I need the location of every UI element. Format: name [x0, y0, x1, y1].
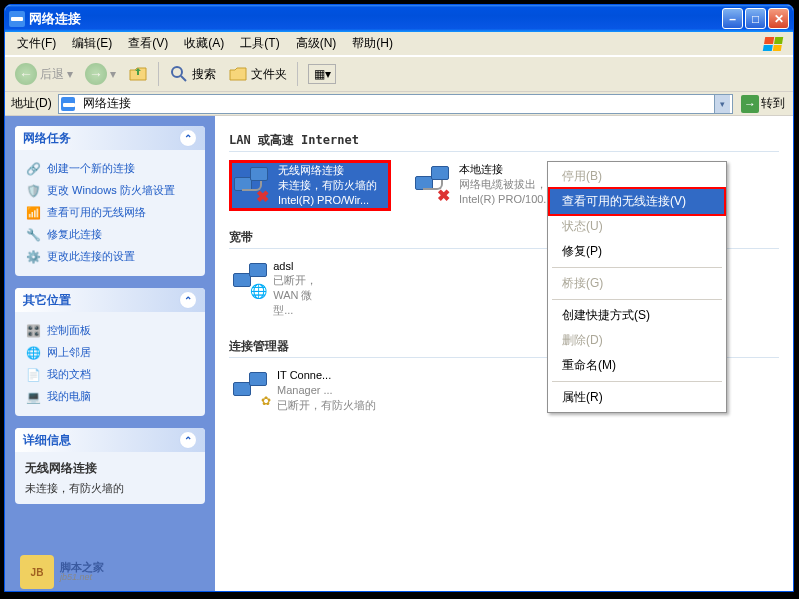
cm-bridge[interactable]: 桥接(G)	[550, 271, 724, 296]
unplugged-badge-icon: ✖	[437, 186, 451, 200]
menubar: 文件(F) 编辑(E) 查看(V) 收藏(A) 工具(T) 高级(N) 帮助(H…	[5, 32, 793, 56]
network-places-icon: 🌐	[25, 345, 41, 361]
views-button[interactable]: ▦▾	[304, 62, 340, 86]
detail-status: 未连接，有防火墙的	[25, 481, 195, 496]
repair-icon: 🔧	[25, 227, 41, 243]
toolbar: ← 后退 ▾ → ▾ 搜索 文件夹 ▦▾	[5, 56, 793, 92]
my-computer-link[interactable]: 💻我的电脑	[25, 386, 195, 408]
main-pane[interactable]: LAN 或高速 Internet ✖ 无线网络连接 未连接，有防火墙的 Inte…	[215, 116, 793, 591]
wireless-connection-item[interactable]: ✖ 无线网络连接 未连接，有防火墙的 Intel(R) PRO/Wir...	[229, 160, 391, 211]
details-panel: 详细信息 ⌃ 无线网络连接 未连接，有防火墙的	[15, 428, 205, 504]
cm-repair[interactable]: 修复(P)	[550, 239, 724, 264]
menu-separator	[552, 299, 722, 300]
panel-header[interactable]: 网络任务 ⌃	[15, 126, 205, 150]
wireless-connection-icon: ✖	[232, 163, 272, 203]
cm-delete[interactable]: 删除(D)	[550, 328, 724, 353]
menu-edit[interactable]: 编辑(E)	[64, 33, 120, 54]
disconnected-badge-icon: ✖	[256, 187, 270, 201]
cm-properties[interactable]: 属性(R)	[550, 385, 724, 410]
titlebar[interactable]: 网络连接 – □ ✕	[5, 5, 793, 32]
connection-manager-icon: ✿	[231, 368, 271, 408]
firewall-settings-link[interactable]: 🛡️更改 Windows 防火墙设置	[25, 180, 195, 202]
panel-body: 🎛️控制面板 🌐网上邻居 📄我的文档 💻我的电脑	[15, 312, 205, 416]
menu-help[interactable]: 帮助(H)	[344, 33, 401, 54]
lan-connection-icon: ✖	[413, 162, 453, 202]
menu-separator	[552, 381, 722, 382]
explorer-window: 网络连接 – □ ✕ 文件(F) 编辑(E) 查看(V) 收藏(A) 工具(T)…	[4, 4, 794, 592]
search-button[interactable]: 搜索	[165, 62, 220, 86]
create-connection-link[interactable]: 🔗创建一个新的连接	[25, 158, 195, 180]
panel-header[interactable]: 其它位置 ⌃	[15, 288, 205, 312]
windows-logo-icon	[755, 32, 791, 56]
panel-body: 🔗创建一个新的连接 🛡️更改 Windows 防火墙设置 📶查看可用的无线网络 …	[15, 150, 205, 276]
minimize-button[interactable]: –	[722, 8, 743, 29]
view-wireless-link[interactable]: 📶查看可用的无线网络	[25, 202, 195, 224]
menu-advanced[interactable]: 高级(N)	[288, 33, 345, 54]
watermark: JB 脚本之家 jb51.net	[20, 555, 104, 589]
window-title: 网络连接	[29, 10, 722, 28]
network-tasks-panel: 网络任务 ⌃ 🔗创建一个新的连接 🛡️更改 Windows 防火墙设置 📶查看可…	[15, 126, 205, 276]
computer-icon: 💻	[25, 389, 41, 405]
broadband-icon: 🌐	[231, 259, 267, 299]
menu-tools[interactable]: 工具(T)	[232, 33, 287, 54]
folders-button[interactable]: 文件夹	[224, 62, 291, 86]
svg-point-0	[172, 67, 182, 77]
menu-favorites[interactable]: 收藏(A)	[176, 33, 232, 54]
menu-view[interactable]: 查看(V)	[120, 33, 176, 54]
network-places-link[interactable]: 🌐网上邻居	[25, 342, 195, 364]
go-arrow-icon: →	[741, 95, 759, 113]
my-documents-link[interactable]: 📄我的文档	[25, 364, 195, 386]
toolbar-separator	[297, 62, 298, 86]
close-button[interactable]: ✕	[768, 8, 789, 29]
new-connection-icon: 🔗	[25, 161, 41, 177]
change-settings-link[interactable]: ⚙️更改此连接的设置	[25, 246, 195, 268]
other-places-panel: 其它位置 ⌃ 🎛️控制面板 🌐网上邻居 📄我的文档 💻我的电脑	[15, 288, 205, 416]
settings-icon: ⚙️	[25, 249, 41, 265]
cm-disable[interactable]: 停用(B)	[550, 164, 724, 189]
back-button[interactable]: ← 后退 ▾	[11, 61, 77, 87]
address-input[interactable]: 网络连接 ▾	[58, 94, 733, 114]
cm-status[interactable]: 状态(U)	[550, 214, 724, 239]
control-panel-link[interactable]: 🎛️控制面板	[25, 320, 195, 342]
address-dropdown-icon[interactable]: ▾	[714, 95, 730, 113]
detail-name: 无线网络连接	[25, 460, 195, 477]
back-arrow-icon: ←	[15, 63, 37, 85]
chevron-up-icon[interactable]: ⌃	[179, 129, 197, 147]
address-value: 网络连接	[83, 95, 131, 112]
forward-button[interactable]: → ▾	[81, 61, 120, 87]
documents-icon: 📄	[25, 367, 41, 383]
dropdown-icon: ▾	[67, 67, 73, 81]
search-icon	[169, 64, 189, 84]
control-panel-icon: 🎛️	[25, 323, 41, 339]
repair-connection-link[interactable]: 🔧修复此连接	[25, 224, 195, 246]
cm-rename[interactable]: 重命名(M)	[550, 353, 724, 378]
adsl-connection-item[interactable]: 🌐 adsl 已断开， WAN 微型...	[229, 257, 329, 320]
menu-file[interactable]: 文件(F)	[9, 33, 64, 54]
cm-view-wireless[interactable]: 查看可用的无线连接(V)	[548, 187, 726, 216]
toolbar-separator	[158, 62, 159, 86]
watermark-logo-icon: JB	[20, 555, 54, 589]
network-connections-icon	[9, 11, 25, 27]
chevron-up-icon[interactable]: ⌃	[179, 291, 197, 309]
it-connect-item[interactable]: ✿ IT Conne... Manager ... 已断开，有防火墙的	[229, 366, 479, 415]
up-button[interactable]	[124, 62, 152, 86]
wireless-icon: 📶	[25, 205, 41, 221]
views-icon: ▦▾	[308, 64, 336, 84]
network-connections-icon	[61, 97, 75, 111]
maximize-button[interactable]: □	[745, 8, 766, 29]
address-bar: 地址(D) 网络连接 ▾ → 转到	[5, 92, 793, 116]
forward-arrow-icon: →	[85, 63, 107, 85]
dropdown-icon: ▾	[110, 67, 116, 81]
folder-up-icon	[128, 64, 148, 84]
panel-header[interactable]: 详细信息 ⌃	[15, 428, 205, 452]
firewall-icon: 🛡️	[25, 183, 41, 199]
sidebar: 网络任务 ⌃ 🔗创建一个新的连接 🛡️更改 Windows 防火墙设置 📶查看可…	[5, 116, 215, 591]
content-area: 网络任务 ⌃ 🔗创建一个新的连接 🛡️更改 Windows 防火墙设置 📶查看可…	[5, 116, 793, 591]
go-button[interactable]: → 转到	[737, 94, 789, 114]
svg-line-1	[181, 76, 186, 81]
cm-shortcut[interactable]: 创建快捷方式(S)	[550, 303, 724, 328]
folder-icon	[228, 64, 248, 84]
group-title-lan: LAN 或高速 Internet	[229, 132, 779, 152]
chevron-up-icon[interactable]: ⌃	[179, 431, 197, 449]
menu-separator	[552, 267, 722, 268]
